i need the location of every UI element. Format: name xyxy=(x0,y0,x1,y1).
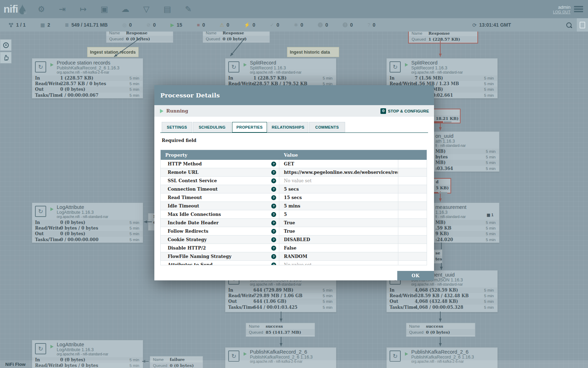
property-value[interactable]: RANDOM xyxy=(279,252,398,260)
processor-name: PublishKafkaRecord_2_6 xyxy=(250,349,313,355)
output-port-icon[interactable]: ↦ xyxy=(78,4,89,14)
row-extra-cell xyxy=(398,210,427,218)
processor[interactable]: ↻LogAttributeLogAttribute 1.16.3org.apac… xyxy=(32,203,143,243)
funnel-icon[interactable]: ▽ xyxy=(141,4,152,14)
processor[interactable]: ↻Produce station recordsPublishKafkaReco… xyxy=(32,58,143,98)
tab-properties[interactable]: PROPERTIES xyxy=(232,122,267,132)
stat-window: 5 min xyxy=(486,232,499,236)
table-row[interactable]: Include Date Header?True xyxy=(161,219,427,227)
template-icon[interactable]: ▤ xyxy=(162,4,173,14)
flow-label[interactable]: Ingest historic data xyxy=(287,47,339,57)
sync-failure-icon: ? xyxy=(368,22,370,27)
table-row[interactable]: Read Timeout?15 secs xyxy=(161,193,427,202)
property-value[interactable]: GET xyxy=(279,160,398,168)
table-row[interactable]: Follow Redirects?True xyxy=(161,227,427,236)
table-row[interactable]: FlowFile Naming Strategy?RANDOM xyxy=(161,252,427,261)
status-item: ◎0 xyxy=(122,22,132,28)
property-value[interactable]: 5 secs xyxy=(279,185,398,193)
connection-label-row: Queued0 (0 bytes) xyxy=(406,329,475,335)
property-value[interactable]: 15 secs xyxy=(279,193,398,202)
processor-type: PublishKafkaRecord_2_6 1.16.3 xyxy=(250,355,313,360)
table-row[interactable]: Disable HTTP/2?False xyxy=(161,244,427,252)
property-value[interactable]: DISABLED xyxy=(279,236,398,244)
search-button[interactable] xyxy=(564,22,574,28)
property-value[interactable]: True xyxy=(279,227,398,235)
table-row[interactable]: Max Idle Connections?5 xyxy=(161,210,427,219)
table-row[interactable]: Remote URL?https://www.pegelonline.wsv.d… xyxy=(161,168,427,177)
connection-field-value: se xyxy=(435,251,440,255)
thread-count-badge: ▦ 1 xyxy=(486,213,493,217)
stat-window: 5 min xyxy=(484,76,497,80)
nifi-logo: nifi xyxy=(4,3,27,15)
stat-row: Read/Write528.59 KB / 432.48 KB5 min xyxy=(387,293,497,299)
property-name: Include Date Header? xyxy=(161,219,279,227)
tab-comments[interactable]: COMMENTS xyxy=(309,122,345,132)
stat-value: MB) xyxy=(435,160,446,165)
tab-relationships[interactable]: RELATIONSHIPS xyxy=(268,122,308,132)
status-count: 0 xyxy=(301,22,303,28)
table-row[interactable]: Idle Timeout?5 mins xyxy=(161,202,427,210)
stat-value: MB) xyxy=(435,220,446,225)
stat-label: Read/Write xyxy=(225,293,253,298)
stat-window: 5 min xyxy=(130,76,143,80)
property-name: Attributes to Send? xyxy=(161,261,279,265)
stat-row: Read/Write228.57 KB / 0 bytes5 min xyxy=(32,81,143,87)
stop-and-configure-button[interactable]: ⚙ STOP & CONFIGURE xyxy=(380,108,429,114)
table-row[interactable]: Connection Timeout?5 secs xyxy=(161,185,427,193)
ok-button[interactable]: OK xyxy=(397,271,434,280)
stat-window: 5 min xyxy=(486,220,499,225)
queued-icon: ≣ xyxy=(65,22,69,27)
tab-settings[interactable]: SETTINGS xyxy=(162,122,192,132)
property-column-header: Property xyxy=(161,152,279,158)
connection-label[interactable]: NamesuccessQueued85 (141.37 MB) xyxy=(246,323,315,337)
flow-label[interactable]: Ingest station records xyxy=(87,47,139,57)
global-menu-icon[interactable] xyxy=(574,5,583,13)
processor-titles: Produce station recordsPublishKafkaRecor… xyxy=(57,60,119,74)
processor-icon: ↻ xyxy=(35,206,46,217)
operate-palette-button[interactable] xyxy=(0,52,12,63)
remote-process-group-icon[interactable]: ☁ xyxy=(120,4,131,14)
stat-value: 4,068 / 00:00:05.328 xyxy=(415,305,463,310)
processor-name: LogAttribute xyxy=(57,342,108,347)
invalid-icon: ⚠ xyxy=(220,22,224,27)
processor-titles: SplitRecordSplitRecord 1.16.3org.apache.… xyxy=(250,60,301,74)
stat-row: In1 (228.57 KB)5 min xyxy=(32,75,143,81)
processor-titles: on_uuidath 1.16.3fi - nifi-standard-nar xyxy=(435,133,466,148)
navigate-palette-button[interactable] xyxy=(0,39,12,51)
refresh-icon[interactable]: ⟳ xyxy=(472,22,477,28)
logout-link[interactable]: LOG OUT xyxy=(553,10,570,14)
table-row[interactable]: SSL Context Service?No value set xyxy=(161,177,427,185)
tab-scheduling[interactable]: SCHEDULING xyxy=(193,122,231,132)
process-group-icon[interactable]: ▣ xyxy=(99,4,110,14)
input-port-icon[interactable]: ⇥ xyxy=(57,4,68,14)
processor-icon[interactable]: ⚙ xyxy=(36,4,47,14)
property-value[interactable]: 5 mins xyxy=(279,202,398,210)
property-value[interactable]: 5 xyxy=(279,210,398,218)
flow-status-panel-button[interactable] xyxy=(577,18,588,32)
connection-field-label: Queued xyxy=(106,37,126,41)
connection-label[interactable]: NameResponseQueued1 (228.57 KB) xyxy=(408,29,478,43)
processor-bundle: fi - nifi-standard-nar xyxy=(435,215,467,219)
property-value[interactable]: False xyxy=(279,244,398,252)
gear-icon: ⚙ xyxy=(380,108,386,114)
property-value[interactable]: https://www.pegelonline.wsv.de/webservic… xyxy=(279,168,398,176)
table-row[interactable]: HTTP Method?GET xyxy=(161,160,427,168)
stat-row: Tasks/Time644 / 00:01:03.4255 min xyxy=(225,305,336,310)
label-icon[interactable]: ✎ xyxy=(183,4,194,14)
property-value[interactable]: True xyxy=(279,219,398,227)
connection-label[interactable]: NamesuccessQueued0 (0 bytes) xyxy=(406,323,475,337)
stat-value: 0 (0 bytes) xyxy=(60,231,85,236)
stat-label: Read/Write xyxy=(32,226,60,231)
row-extra-cell xyxy=(398,185,427,193)
row-extra-cell xyxy=(398,160,427,168)
table-row[interactable]: Cookie Strategy?DISABLED xyxy=(161,236,427,244)
processor-bundle: org.apache.nifi - nifi-standard-nar xyxy=(250,282,302,286)
property-value[interactable]: No value set xyxy=(279,261,398,265)
stat-window: 5 min xyxy=(130,238,143,242)
property-value[interactable]: No value set xyxy=(279,177,398,185)
breadcrumb[interactable]: NiFi Flow xyxy=(5,362,26,367)
connection-field-label: Queued xyxy=(246,330,266,334)
processor-icon: ↻ xyxy=(228,61,239,73)
processor-header: ↻LogAttributeLogAttribute 1.16.3org.apac… xyxy=(32,203,143,220)
table-row[interactable]: Attributes to Send?No value set xyxy=(161,261,427,265)
